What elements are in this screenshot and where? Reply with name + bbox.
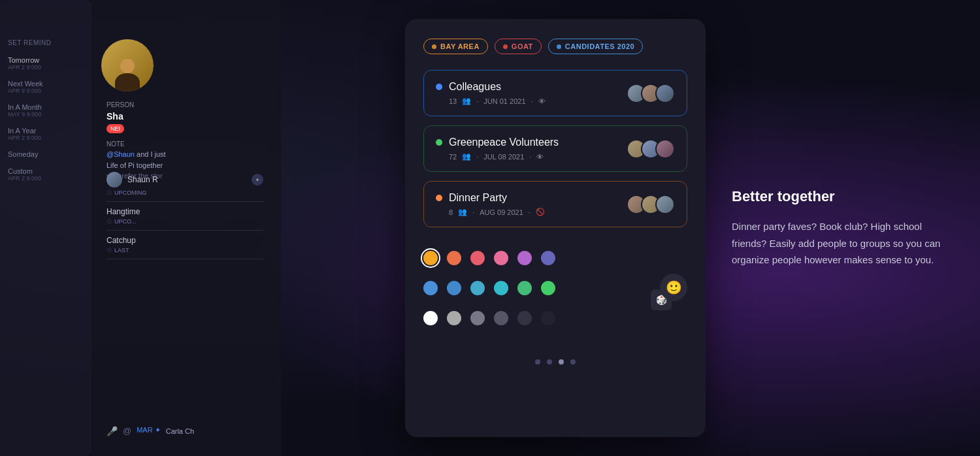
date-colleagues: JUN 01 2021 xyxy=(483,97,525,105)
tag-label-goat: GOAT xyxy=(512,42,533,50)
tag-dot-red xyxy=(503,44,508,49)
color-amber[interactable] xyxy=(423,251,438,265)
count-greenpeace: 72 xyxy=(449,153,457,161)
reminder-item-tomorrow[interactable]: Tomorrow APR 2 9:000 xyxy=(8,54,84,73)
tag-label-candidates: CANDIDATES 2020 xyxy=(565,42,634,50)
group-meta-dinner: 8 👥 · AUG 09 2021 · 🚫 xyxy=(449,208,627,216)
person-name: Sha xyxy=(106,111,123,122)
color-pink[interactable] xyxy=(494,251,508,265)
color-medium-gray[interactable] xyxy=(470,311,485,325)
group-dinner-party[interactable]: Dinner Party 8 👥 · AUG 09 2021 · 🚫 xyxy=(423,181,687,227)
group-name-colleagues: Colleagues xyxy=(449,81,501,93)
color-row-1 xyxy=(423,251,555,265)
count-dinner: 8 xyxy=(449,208,453,216)
compose-icons: 🎤 @ MAR ✦ xyxy=(106,426,161,436)
tag-dot-orange xyxy=(432,44,436,49)
hide-icon-dinner: 🚫 xyxy=(536,208,545,216)
date-greenpeace: JUL 08 2021 xyxy=(483,153,524,161)
tag-label-bay-area: BAY AREA xyxy=(440,42,480,50)
group-left-dinner: Dinner Party 8 👥 · AUG 09 2021 · 🚫 xyxy=(436,192,627,216)
color-indigo[interactable] xyxy=(541,251,555,265)
person-badge: NEI xyxy=(106,124,124,133)
group-left-colleagues: Colleagues 13 👥 · JUN 01 2021 · 👁 xyxy=(436,81,627,105)
indicator-dinner xyxy=(436,195,442,201)
tag-dot-blue xyxy=(557,44,561,49)
color-dark-gray[interactable] xyxy=(494,311,508,325)
avatars-colleagues xyxy=(627,84,675,103)
group-name-dinner: Dinner Party xyxy=(449,192,507,204)
meeting-item-1[interactable]: Shaun R ● ⊙ UPCOMING xyxy=(106,167,263,202)
group-name-greenpeace: Greenpeace Volunteers xyxy=(449,137,559,148)
color-sky[interactable] xyxy=(470,281,485,295)
note-label: NOTE xyxy=(106,140,125,148)
avatar-3 xyxy=(655,84,675,103)
date-dinner: AUG 09 2021 xyxy=(480,208,523,216)
group-colleagues[interactable]: Colleagues 13 👥 · JUN 01 2021 · 👁 xyxy=(423,70,687,116)
color-green[interactable] xyxy=(541,281,555,295)
count-colleagues: 13 xyxy=(449,97,457,105)
contact-avatar xyxy=(101,39,154,91)
color-red[interactable] xyxy=(470,251,485,265)
color-row-3 xyxy=(423,311,555,325)
group-greenpeace[interactable]: Greenpeace Volunteers 72 👥 · JUL 08 2021… xyxy=(423,125,687,172)
compose-person: Carla Ch xyxy=(166,427,194,435)
main-card: BAY AREA GOAT CANDIDATES 2020 Colleagues… xyxy=(405,19,706,437)
right-title: Better together xyxy=(732,188,941,205)
avatars-greenpeace xyxy=(627,139,675,159)
page-dot-1[interactable] xyxy=(535,359,540,365)
at-icon[interactable]: @ xyxy=(123,426,131,436)
meetings-list: Shaun R ● ⊙ UPCOMING Hangtime ⊙ UPCO... … xyxy=(106,167,263,259)
tag-candidates[interactable]: CANDIDATES 2020 xyxy=(548,39,643,54)
color-coral[interactable] xyxy=(447,251,461,265)
color-blue-light[interactable] xyxy=(423,281,438,295)
color-light-gray[interactable] xyxy=(447,311,461,325)
avatars-dinner xyxy=(627,195,675,214)
right-panel: Better together Dinner party faves? Book… xyxy=(732,188,941,269)
meeting-name-1: Shaun R xyxy=(127,175,158,184)
color-picker: 🙂 🎲 xyxy=(423,240,687,344)
color-teal[interactable] xyxy=(494,281,508,295)
tags-row: BAY AREA GOAT CANDIDATES 2020 xyxy=(423,39,687,54)
color-darkest-gray[interactable] xyxy=(541,311,555,325)
color-row-2 xyxy=(423,281,555,295)
emoji-picker-button[interactable]: 🙂 🎲 xyxy=(651,274,687,310)
pagination xyxy=(423,359,687,365)
eye-icon-greenpeace: 👁 xyxy=(536,153,544,161)
reminder-item-year[interactable]: In A Year APR 2 9:000 xyxy=(8,125,84,143)
reminder-title: Set Remind xyxy=(8,39,84,46)
color-green-light[interactable] xyxy=(517,281,532,295)
compose-bar[interactable]: 🎤 @ MAR ✦ Carla Ch xyxy=(106,426,257,436)
group-left-greenpeace: Greenpeace Volunteers 72 👥 · JUL 08 2021… xyxy=(436,137,627,161)
mic-icon[interactable]: 🎤 xyxy=(106,426,118,436)
person-label: PERSON xyxy=(106,101,134,108)
meeting-item-3[interactable]: Catchup ⊙ LAST xyxy=(106,231,263,259)
meeting-item-2[interactable]: Hangtime ⊙ UPCO... xyxy=(106,202,263,231)
people-icon-greenpeace: 👥 xyxy=(462,152,471,161)
tag-goat[interactable]: GOAT xyxy=(495,39,542,54)
page-dot-2[interactable] xyxy=(547,359,552,365)
avatar-9 xyxy=(655,195,675,214)
reminder-item-month[interactable]: In A Month MAY 9 9:000 xyxy=(8,101,84,120)
avatar-6 xyxy=(655,139,675,159)
color-blue[interactable] xyxy=(447,281,461,295)
indicator-greenpeace xyxy=(436,139,442,146)
reminder-item-someday[interactable]: Someday xyxy=(8,148,84,160)
left-reminder-panel: Set Remind Tomorrow APR 2 9:000 Next Wee… xyxy=(0,0,91,456)
color-white[interactable] xyxy=(423,311,438,325)
reminder-item-nextweek[interactable]: Next Week APR 9 9:000 xyxy=(8,78,84,96)
color-purple[interactable] xyxy=(517,251,532,265)
mark-icon[interactable]: MAR ✦ xyxy=(137,426,161,436)
people-icon-colleagues: 👥 xyxy=(462,97,471,105)
color-darker-gray[interactable] xyxy=(517,311,532,325)
eye-icon-colleagues: 👁 xyxy=(538,97,546,105)
group-meta-colleagues: 13 👥 · JUN 01 2021 · 👁 xyxy=(449,97,627,105)
right-body: Dinner party faves? Book club? High scho… xyxy=(732,218,941,269)
reminder-item-custom[interactable]: Custom APR 2 9:000 xyxy=(8,165,84,184)
page-dot-3[interactable] xyxy=(559,359,564,365)
page-dot-4[interactable] xyxy=(570,359,576,365)
people-icon-dinner: 👥 xyxy=(458,208,467,216)
group-meta-greenpeace: 72 👥 · JUL 08 2021 · 👁 xyxy=(449,152,627,161)
tag-bay-area[interactable]: BAY AREA xyxy=(423,39,488,54)
scene: Set Remind Tomorrow APR 2 9:000 Next Wee… xyxy=(0,0,980,456)
indicator-colleagues xyxy=(436,84,442,90)
